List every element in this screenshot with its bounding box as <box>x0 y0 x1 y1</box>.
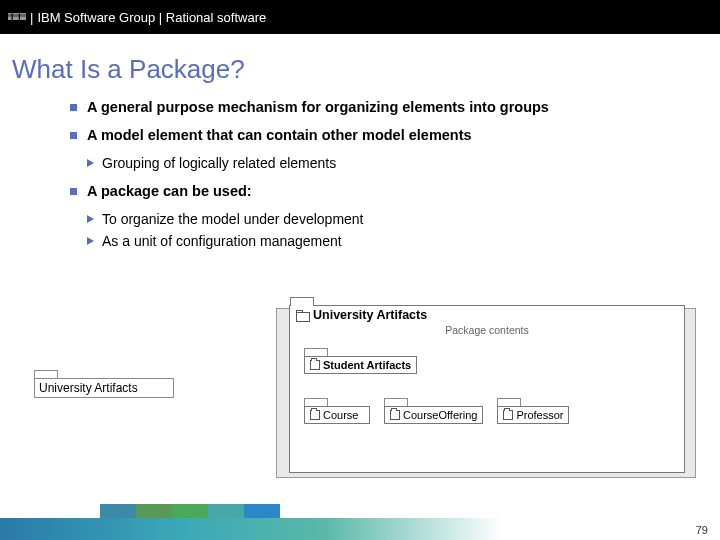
package-tab-icon <box>304 398 328 406</box>
square-bullet-icon <box>70 188 77 195</box>
bullet-text: A model element that can contain other m… <box>87 127 472 143</box>
big-package-title: University Artifacts <box>313 308 427 322</box>
bullet-text: A general purpose mechanism for organizi… <box>87 99 549 115</box>
inner-package-row: Course CourseOffering Professor <box>304 398 569 424</box>
folder-icon <box>310 410 320 420</box>
bullet-item: A package can be used: <box>70 183 690 199</box>
inner-package: Professor <box>497 398 569 424</box>
package-body: Course <box>304 406 370 424</box>
svg-rect-1 <box>8 15 26 16</box>
svg-rect-5 <box>8 19 26 20</box>
sub-bullet-item: Grouping of logically related elements <box>87 155 690 171</box>
package-tab-icon <box>497 398 521 406</box>
folder-icon <box>310 360 320 370</box>
page-number: 79 <box>696 524 708 536</box>
package-body: Professor <box>497 406 569 424</box>
package-body: CourseOffering <box>384 406 483 424</box>
big-package-subtitle: Package contents <box>290 324 684 336</box>
package-tab-icon <box>290 297 314 306</box>
inner-package: CourseOffering <box>384 398 483 424</box>
svg-rect-0 <box>8 13 26 14</box>
folder-icon <box>503 410 513 420</box>
folder-icon <box>390 410 400 420</box>
package-tab-icon <box>384 398 408 406</box>
svg-rect-3 <box>8 17 26 18</box>
diagram-area: University Artifacts University Artifact… <box>0 308 720 488</box>
student-package: Student Artifacts <box>304 348 417 374</box>
package-label: Professor <box>516 409 563 421</box>
sub-bullet-list: To organize the model under development … <box>87 211 690 249</box>
package-tab-icon <box>304 348 328 356</box>
square-bullet-icon <box>70 104 77 111</box>
bullet-item: A model element that can contain other m… <box>70 127 690 143</box>
sub-bullet-item: To organize the model under development <box>87 211 690 227</box>
package-tab-icon <box>34 370 58 378</box>
package-label: CourseOffering <box>403 409 477 421</box>
header-divider: | <box>30 10 33 25</box>
svg-rect-6 <box>12 13 13 20</box>
big-package-title-row: University Artifacts <box>290 306 684 324</box>
footer-decoration <box>100 504 280 518</box>
package-label: University Artifacts <box>34 378 174 398</box>
triangle-bullet-icon <box>87 159 94 167</box>
big-package: University Artifacts Package contents St… <box>289 305 685 473</box>
simple-package: University Artifacts <box>34 370 174 398</box>
triangle-bullet-icon <box>87 237 94 245</box>
package-label: Course <box>323 409 358 421</box>
svg-rect-7 <box>19 13 20 20</box>
folder-icon <box>296 310 309 320</box>
inner-package: Course <box>304 398 370 424</box>
ibm-logo <box>8 6 26 28</box>
sub-bullet-list: Grouping of logically related elements <box>87 155 690 171</box>
footer: 79 <box>0 510 720 540</box>
header-bar: | IBM Software Group | Rational software <box>0 0 720 34</box>
diagram-panel: University Artifacts Package contents St… <box>276 308 696 478</box>
triangle-bullet-icon <box>87 215 94 223</box>
content-area: A general purpose mechanism for organizi… <box>0 99 720 249</box>
svg-rect-2 <box>8 16 26 17</box>
sub-bullet-text: To organize the model under development <box>102 211 364 227</box>
sub-bullet-text: Grouping of logically related elements <box>102 155 336 171</box>
svg-rect-4 <box>8 18 26 19</box>
package-body: Student Artifacts <box>304 356 417 374</box>
header-text: IBM Software Group | Rational software <box>37 10 266 25</box>
square-bullet-icon <box>70 132 77 139</box>
sub-bullet-text: As a unit of configuration management <box>102 233 342 249</box>
bullet-text: A package can be used: <box>87 183 252 199</box>
package-label: Student Artifacts <box>323 359 411 371</box>
slide-title: What Is a Package? <box>0 34 720 99</box>
sub-bullet-item: As a unit of configuration management <box>87 233 690 249</box>
bullet-item: A general purpose mechanism for organizi… <box>70 99 690 115</box>
footer-band <box>0 518 720 540</box>
